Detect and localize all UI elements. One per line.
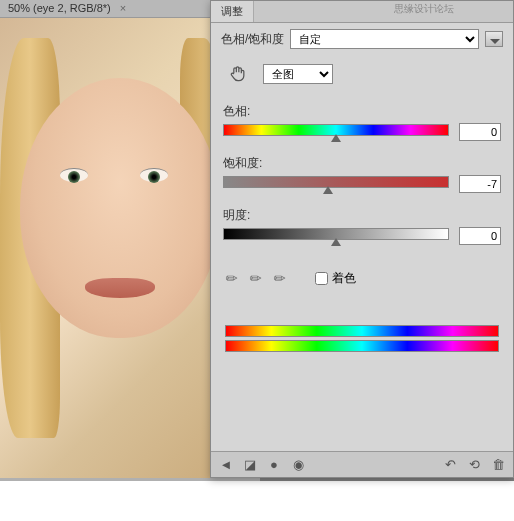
- lightness-label: 明度:: [223, 207, 501, 224]
- previous-state-icon[interactable]: ↶: [441, 456, 459, 474]
- saturation-slider[interactable]: [223, 176, 449, 192]
- eyedropper-subtract-icon[interactable]: ✎: [267, 265, 292, 290]
- hue-value-input[interactable]: [459, 123, 501, 141]
- spectrum-top: [225, 325, 499, 337]
- tool-row: 全图: [211, 55, 513, 99]
- clip-to-layer-icon[interactable]: ●: [265, 456, 283, 474]
- image-content: [20, 78, 220, 338]
- colorize-checkbox[interactable]: 着色: [315, 270, 356, 287]
- toggle-visibility-icon[interactable]: ◉: [289, 456, 307, 474]
- spectrum-bottom: [225, 340, 499, 352]
- eyedropper-add-icon[interactable]: ✎: [243, 265, 268, 290]
- targeted-adjustment-icon[interactable]: [227, 63, 249, 85]
- channel-select[interactable]: 全图: [263, 64, 333, 84]
- panel-tab-bar: 调整: [211, 1, 513, 23]
- document-title[interactable]: 50% (eye 2, RGB/8*): [8, 2, 111, 14]
- lightness-value-input[interactable]: [459, 227, 501, 245]
- delete-icon[interactable]: 🗑: [489, 456, 507, 474]
- image-content: [140, 168, 168, 182]
- reset-icon[interactable]: ⟲: [465, 456, 483, 474]
- watermark-text: 思缘设计论坛: [394, 2, 454, 16]
- colorize-input[interactable]: [315, 272, 328, 285]
- adjustments-panel: 调整 色相/饱和度 自定 全图 色相: 饱和度:: [210, 0, 514, 478]
- return-to-list-icon[interactable]: ◄: [217, 456, 235, 474]
- spectrum-display: [211, 301, 513, 367]
- tab-adjustments[interactable]: 调整: [211, 1, 254, 22]
- saturation-slider-group: 饱和度:: [211, 151, 513, 203]
- hue-label: 色相:: [223, 103, 501, 120]
- preset-label: 色相/饱和度: [221, 31, 284, 48]
- hue-slider-group: 色相:: [211, 99, 513, 151]
- image-content: [85, 278, 155, 298]
- expand-view-icon[interactable]: ◪: [241, 456, 259, 474]
- image-content: [60, 168, 88, 182]
- panel-footer: ◄ ◪ ● ◉ ↶ ⟲ 🗑: [211, 451, 513, 477]
- hue-slider[interactable]: [223, 124, 449, 140]
- tab-close-icon[interactable]: ×: [120, 2, 126, 14]
- preset-row: 色相/饱和度 自定: [211, 23, 513, 55]
- eyedropper-row: ✎ ✎ ✎ 着色: [211, 255, 513, 301]
- eyedropper-icon[interactable]: ✎: [219, 265, 244, 290]
- colorize-label: 着色: [332, 270, 356, 287]
- lightness-slider-group: 明度:: [211, 203, 513, 255]
- saturation-label: 饱和度:: [223, 155, 501, 172]
- saturation-value-input[interactable]: [459, 175, 501, 193]
- preset-select[interactable]: 自定: [290, 29, 479, 49]
- lightness-slider[interactable]: [223, 228, 449, 244]
- panel-menu-button[interactable]: [485, 31, 503, 47]
- bottom-strip: [0, 481, 514, 521]
